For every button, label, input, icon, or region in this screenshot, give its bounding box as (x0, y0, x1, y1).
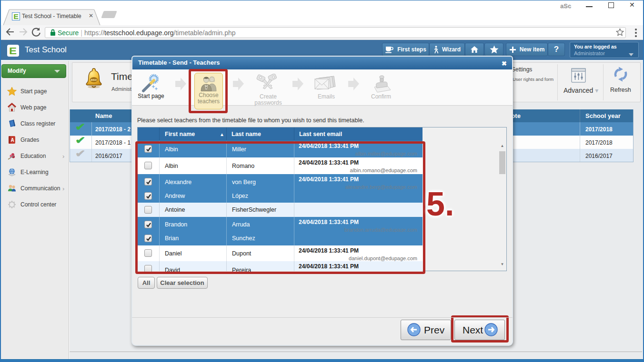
svg-text:A: A (10, 137, 14, 143)
svg-text:asc: asc (91, 78, 97, 82)
